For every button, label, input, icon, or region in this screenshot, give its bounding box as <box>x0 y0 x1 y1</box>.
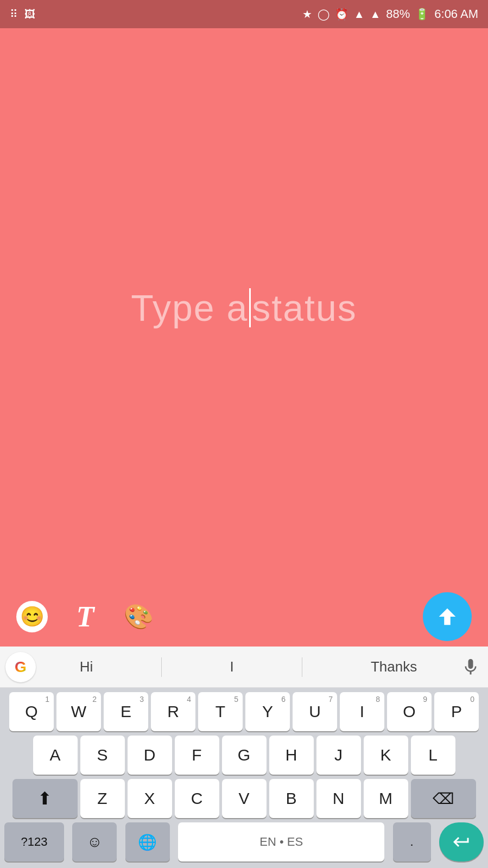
shift-key[interactable]: ⬆ <box>12 779 78 818</box>
palette-button[interactable]: 🎨 <box>123 601 154 632</box>
key-v[interactable]: V <box>222 779 267 818</box>
key-w[interactable]: 2W <box>56 692 101 731</box>
key-k[interactable]: K <box>364 736 408 775</box>
wifi-icon: ▲ <box>354 8 365 21</box>
suggestion-thanks[interactable]: Thanks <box>362 658 426 675</box>
text-style-button[interactable]: T <box>69 601 101 632</box>
key-c[interactable]: C <box>175 779 219 818</box>
time: 6:06 AM <box>434 7 478 21</box>
globe-key[interactable]: 🌐 <box>125 822 170 861</box>
key-row-bottom: ?123 ☺ 🌐 EN • ES . <box>2 822 486 866</box>
mic-button[interactable] <box>459 655 483 679</box>
status-placeholder: Type a status <box>131 287 357 329</box>
key-t[interactable]: 5T <box>198 692 243 731</box>
suggestion-items: Hi I Thanks <box>41 657 455 677</box>
google-g-letter: G <box>15 658 27 676</box>
period-key[interactable]: . <box>393 822 431 861</box>
symbols-key[interactable]: ?123 <box>4 822 64 861</box>
keyboard-rows: 1Q 2W 3E 4R 5T 6Y 7U 8I 9O 0P A S D F G … <box>0 688 488 868</box>
signal-icon: ▲ <box>370 8 381 21</box>
key-row-1: 1Q 2W 3E 4R 5T 6Y 7U 8I 9O 0P <box>2 692 486 731</box>
status-bar-right: ★ ◯ ⏰ ▲ ▲ 88% 🔋 6:06 AM <box>302 7 478 21</box>
palette-icon-symbol: 🎨 <box>124 603 154 631</box>
suggestion-divider-2 <box>302 657 302 677</box>
text-icon-symbol: T <box>77 600 94 633</box>
key-b[interactable]: B <box>269 779 314 818</box>
suggestions-bar: G Hi I Thanks <box>0 647 488 688</box>
key-row-3: ⬆ Z X C V B N M ⌫ <box>2 779 486 818</box>
keyboard-area: G Hi I Thanks 1Q 2W 3E 4R 5T 6Y 7U 8I 9O <box>0 647 488 868</box>
key-g[interactable]: G <box>222 736 267 775</box>
space-label: EN • ES <box>259 835 303 849</box>
shift-icon: ⬆ <box>37 788 52 809</box>
key-m[interactable]: M <box>364 779 408 818</box>
mic-icon-svg <box>461 657 480 677</box>
emoji-keyboard-icon: ☺ <box>87 833 103 851</box>
bottom-toolbar: 😊 T 🎨 <box>0 587 488 647</box>
dnd-icon: ◯ <box>318 8 329 21</box>
key-q[interactable]: 1Q <box>9 692 54 731</box>
key-i[interactable]: 8I <box>340 692 384 731</box>
main-area: Type a status 😊 T 🎨 <box>0 28 488 647</box>
backspace-key[interactable]: ⌫ <box>411 779 476 818</box>
key-l[interactable]: L <box>411 736 455 775</box>
send-fab-button[interactable] <box>423 592 472 641</box>
bluetooth-icon: ★ <box>302 8 312 21</box>
alarm-icon: ⏰ <box>335 8 348 21</box>
emoji-keyboard-key[interactable]: ☺ <box>72 822 117 861</box>
toolbar-icons: 😊 T 🎨 <box>16 601 423 632</box>
key-f[interactable]: F <box>175 736 219 775</box>
battery-percent: 88% <box>386 7 410 21</box>
emoji-button[interactable]: 😊 <box>16 601 48 632</box>
suggestion-hi[interactable]: Hi <box>71 658 102 675</box>
key-n[interactable]: N <box>316 779 361 818</box>
key-d[interactable]: D <box>128 736 172 775</box>
status-bar: ⠿ 🖼 ★ ◯ ⏰ ▲ ▲ 88% 🔋 6:06 AM <box>0 0 488 28</box>
symbols-label: ?123 <box>21 835 48 849</box>
google-logo: G <box>5 652 36 682</box>
enter-key[interactable] <box>439 822 484 861</box>
status-bar-left: ⠿ 🖼 <box>10 8 35 21</box>
key-u[interactable]: 7U <box>293 692 337 731</box>
status-input-area[interactable]: Type a status <box>0 28 488 587</box>
placeholder-text-2: status <box>252 287 357 329</box>
key-row-2: A S D F G H J K L <box>2 736 486 775</box>
enter-icon <box>452 832 471 852</box>
suggestion-i[interactable]: I <box>221 658 243 675</box>
key-z[interactable]: Z <box>80 779 125 818</box>
key-e[interactable]: 3E <box>104 692 148 731</box>
text-cursor <box>249 288 251 327</box>
placeholder-text-1: Type a <box>131 287 248 329</box>
key-o[interactable]: 9O <box>387 692 432 731</box>
globe-icon: 🌐 <box>138 833 157 851</box>
space-key[interactable]: EN • ES <box>178 822 384 861</box>
key-j[interactable]: J <box>316 736 361 775</box>
backspace-icon: ⌫ <box>433 790 454 808</box>
image-icon: 🖼 <box>24 8 35 21</box>
grid-icon: ⠿ <box>10 8 18 21</box>
battery-icon: 🔋 <box>415 8 429 21</box>
send-up-icon <box>435 604 460 629</box>
key-x[interactable]: X <box>128 779 172 818</box>
key-s[interactable]: S <box>80 736 125 775</box>
key-p[interactable]: 0P <box>434 692 479 731</box>
key-y[interactable]: 6Y <box>245 692 290 731</box>
key-h[interactable]: H <box>269 736 314 775</box>
emoji-icon-symbol: 😊 <box>20 605 45 628</box>
key-a[interactable]: A <box>33 736 78 775</box>
key-r[interactable]: 4R <box>151 692 195 731</box>
period-label: . <box>410 835 414 849</box>
suggestion-divider-1 <box>161 657 162 677</box>
